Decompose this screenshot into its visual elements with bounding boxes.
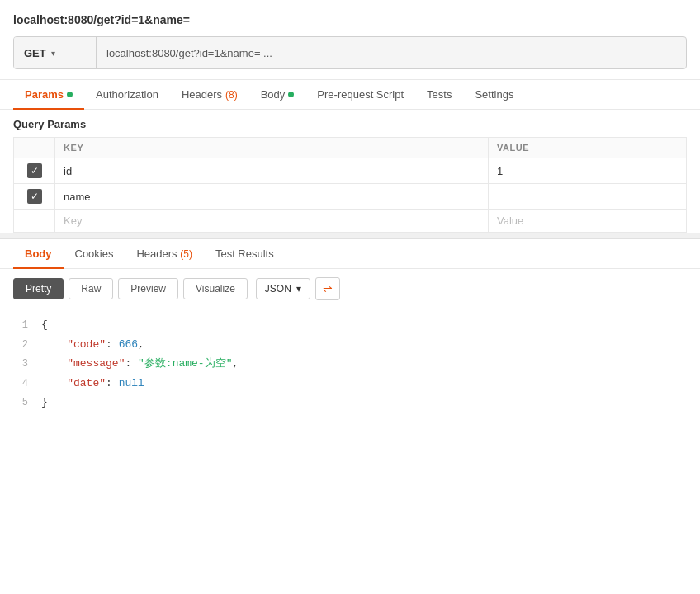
json-key-message: "message" [67, 357, 125, 370]
line-num-1: 1 [0, 317, 41, 335]
checkbox-cell-id[interactable]: ✓ [14, 158, 55, 184]
line-num-4: 4 [0, 375, 41, 394]
tab-headers-label: Headers [182, 88, 222, 101]
json-key-date: "date" [67, 377, 106, 389]
format-label: JSON [265, 283, 291, 295]
section-divider [0, 233, 700, 239]
line-num-2: 2 [0, 337, 41, 355]
body-dot [288, 92, 294, 97]
line-content-1: { [41, 315, 700, 334]
chevron-down-icon: ▾ [51, 49, 55, 58]
line-content-4: "date": null [41, 374, 700, 393]
method-label: GET [24, 47, 46, 59]
format-chevron-icon: ▾ [296, 283, 301, 295]
json-value-date: null [119, 377, 144, 389]
response-tab-body[interactable]: Body [13, 239, 64, 268]
line-num-3: 3 [0, 356, 41, 374]
key-cell-placeholder[interactable]: Key [55, 210, 489, 233]
tab-params[interactable]: Params [13, 80, 84, 109]
json-value-code: 666 [119, 338, 138, 351]
json-value-message: "参数:name-为空" [138, 357, 232, 370]
checkbox-cell-placeholder [14, 210, 55, 233]
json-key-code: "code" [67, 338, 106, 351]
value-col-header: VALUE [489, 138, 687, 158]
response-tab-headers[interactable]: Headers (5) [125, 239, 203, 268]
response-toolbar: Pretty Raw Preview Visualize JSON ▾ ⇌ [0, 269, 700, 309]
response-tab-cookies-label: Cookies [75, 248, 114, 260]
wrap-btn[interactable]: ⇌ [315, 277, 340, 300]
tab-body-label: Body [261, 88, 286, 101]
table-row-placeholder: Key Value [14, 210, 687, 233]
tab-pre-request-label: Pre-request Script [317, 88, 404, 101]
line-content-3: "message": "参数:name-为空", [41, 354, 700, 373]
value-cell-name[interactable] [489, 184, 687, 210]
checkmark-name: ✓ [31, 191, 39, 201]
line-content-5: } [41, 393, 700, 412]
key-cell-id[interactable]: id [55, 158, 489, 184]
tab-headers[interactable]: Headers (8) [170, 80, 249, 109]
response-tabs-row: Body Cookies Headers (5) Test Results [0, 239, 700, 269]
url-display[interactable]: localhost:8080/get?id=1&name= ... [97, 47, 686, 59]
wrap-icon: ⇌ [323, 282, 333, 295]
query-params-section: Query Params KEY VALUE ✓ id 1 [0, 110, 700, 233]
response-tab-body-label: Body [25, 248, 52, 260]
tab-authorization-label: Authorization [96, 88, 158, 101]
tab-settings[interactable]: Settings [463, 80, 525, 109]
params-dot [67, 92, 73, 97]
response-tab-test-results[interactable]: Test Results [204, 239, 286, 268]
tab-tests-label: Tests [427, 88, 452, 101]
json-line-4: 4 "date": null [0, 374, 700, 394]
tab-tests[interactable]: Tests [415, 80, 463, 109]
url-title: localhost:8080/get?id=1&name= [13, 13, 687, 26]
params-table: KEY VALUE ✓ id 1 ✓ name [13, 137, 687, 233]
checkbox-id[interactable]: ✓ [27, 163, 42, 178]
headers-badge: (8) [225, 89, 238, 101]
key-cell-name[interactable]: name [55, 184, 489, 210]
value-cell-placeholder[interactable]: Value [489, 210, 687, 233]
close-brace: } [41, 396, 48, 408]
key-col-header: KEY [55, 138, 489, 158]
method-select[interactable]: GET ▾ [14, 37, 97, 68]
json-line-1: 1 { [0, 315, 700, 335]
checkbox-name[interactable]: ✓ [27, 189, 42, 204]
preview-btn[interactable]: Preview [118, 278, 178, 299]
table-row: ✓ name [14, 184, 687, 210]
checkbox-cell-name[interactable]: ✓ [14, 184, 55, 210]
value-cell-id[interactable]: 1 [489, 158, 687, 184]
response-tab-headers-label: Headers [136, 248, 177, 260]
tab-params-label: Params [25, 88, 64, 101]
tab-pre-request-script[interactable]: Pre-request Script [305, 80, 415, 109]
line-content-2: "code": 666, [41, 335, 700, 354]
response-tab-cookies[interactable]: Cookies [64, 239, 125, 268]
visualize-btn[interactable]: Visualize [183, 278, 248, 299]
url-bar-section: localhost:8080/get?id=1&name= GET ▾ loca… [0, 0, 700, 80]
json-line-3: 3 "message": "参数:name-为空", [0, 354, 700, 374]
tab-authorization[interactable]: Authorization [84, 80, 170, 109]
raw-btn[interactable]: Raw [69, 278, 113, 299]
pretty-btn[interactable]: Pretty [13, 278, 64, 299]
json-line-2: 2 "code": 666, [0, 335, 700, 355]
format-select[interactable]: JSON ▾ [256, 278, 310, 299]
url-input-row: GET ▾ localhost:8080/get?id=1&name= ... [13, 36, 687, 69]
response-headers-badge: (5) [180, 248, 192, 260]
open-brace: { [41, 318, 48, 331]
checkbox-col-header [14, 138, 55, 158]
tab-settings-label: Settings [475, 88, 513, 101]
json-line-5: 5 } [0, 393, 700, 412]
tab-body[interactable]: Body [249, 80, 306, 109]
checkmark-id: ✓ [31, 166, 39, 176]
line-num-5: 5 [0, 394, 41, 412]
query-params-title: Query Params [13, 118, 687, 130]
table-row: ✓ id 1 [14, 158, 687, 184]
request-tabs-row: Params Authorization Headers (8) Body Pr… [0, 80, 700, 110]
json-body: 1 { 2 "code": 666, 3 "message": "参数:name… [0, 309, 700, 419]
response-tab-test-results-label: Test Results [215, 248, 274, 260]
